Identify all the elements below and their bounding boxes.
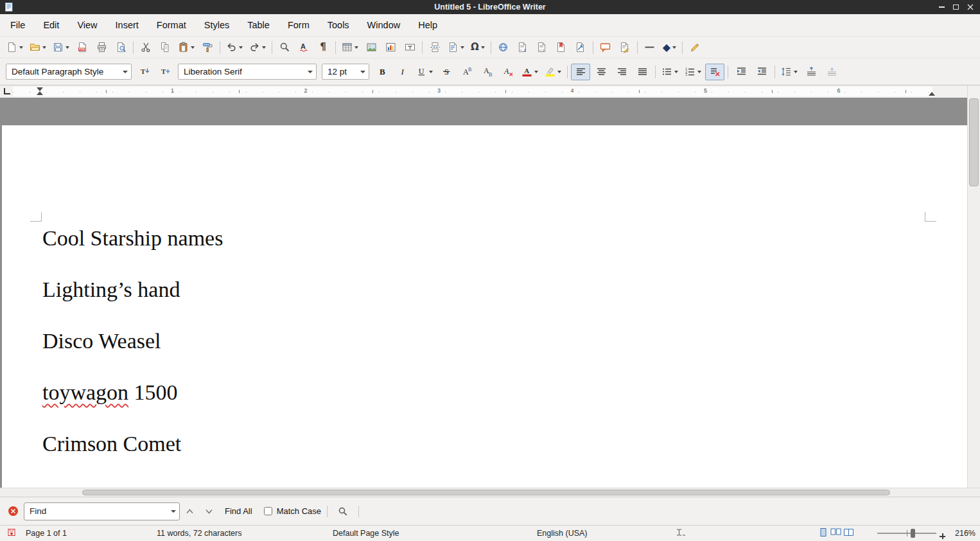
document-modified-icon[interactable] [8,529,15,538]
clear-formatting-button[interactable]: A [498,64,518,80]
find-replace-button[interactable] [276,39,293,56]
paragraph[interactable]: Lighting’s hand [42,278,916,301]
print-preview-button[interactable] [112,39,130,56]
new-style-button[interactable]: T [155,64,175,80]
chevron-down-icon[interactable] [304,64,316,79]
dropdown-arrow-icon[interactable] [19,46,23,49]
insert-table-button[interactable] [339,39,361,56]
dropdown-arrow-icon[interactable] [794,71,798,73]
draw-functions-button[interactable] [686,39,704,56]
paste-button[interactable] [175,39,197,56]
word-count-status[interactable]: 11 words, 72 characters [157,529,241,538]
find-previous-button[interactable] [180,503,199,520]
insert-comment-button[interactable] [597,39,615,56]
bold-button[interactable]: B [372,64,392,80]
close-find-bar-button[interactable] [8,506,19,517]
menu-styles[interactable]: Styles [195,17,239,33]
insert-field-button[interactable] [445,39,467,56]
highlight-color-button[interactable] [542,64,564,80]
spelling-button[interactable]: A [295,39,313,56]
dropdown-arrow-icon[interactable] [429,71,433,73]
indent-increase-button[interactable] [731,64,751,80]
zoom-slider-thumb[interactable] [911,529,915,538]
chevron-down-icon[interactable] [356,64,369,79]
page-number-status[interactable]: Page 1 of 1 [26,529,67,538]
underline-button[interactable]: U [414,64,435,80]
strikethrough-button[interactable]: S [437,64,456,80]
find-all-button[interactable]: Find All [218,506,259,516]
horizontal-line-button[interactable] [641,39,659,56]
titlebar[interactable]: Untitled 5 - LibreOffice Writer [0,0,980,14]
dropdown-arrow-icon[interactable] [697,71,701,73]
horizontal-scrollbar[interactable] [0,488,980,497]
left-indent-marker[interactable] [37,87,43,95]
insert-chart-button[interactable] [381,39,399,56]
menu-edit[interactable]: Edit [34,17,68,33]
dropdown-arrow-icon[interactable] [191,46,195,49]
find-next-button[interactable] [199,503,218,520]
insert-textbox-button[interactable] [401,39,419,56]
paragraph[interactable]: toywagon 1500 [42,381,916,404]
find-input[interactable] [24,506,167,516]
view-layout-multiple-icon[interactable] [830,528,841,539]
new-document-button[interactable] [4,39,26,56]
line-spacing-button[interactable] [778,64,800,80]
menu-table[interactable]: Table [238,17,279,33]
horizontal-ruler[interactable]: 123456 [0,85,980,98]
tab-stop-selector-icon[interactable] [4,88,10,94]
track-changes-button[interactable] [616,39,634,56]
menu-insert[interactable]: Insert [107,17,148,33]
minimize-button[interactable] [938,3,946,12]
right-indent-marker[interactable] [929,92,935,96]
superscript-button[interactable]: AB [457,64,477,80]
dropdown-arrow-icon[interactable] [534,71,538,73]
paragraph[interactable]: Disco Weasel [42,330,916,353]
copy-button[interactable] [156,39,174,56]
hyperlink-button[interactable] [494,39,512,56]
font-color-button[interactable]: A [519,64,541,80]
dropdown-arrow-icon[interactable] [674,71,678,73]
print-button[interactable] [92,39,110,56]
find-and-replace-button[interactable] [333,503,353,520]
page[interactable]: Cool Starship namesLighting’s handDisco … [2,125,967,488]
close-button[interactable] [966,3,974,12]
zoom-level[interactable]: 216% [955,529,976,538]
dropdown-arrow-icon[interactable] [460,46,464,49]
align-center-button[interactable] [591,64,611,80]
indent-decrease-button[interactable] [752,64,771,80]
chevron-down-icon[interactable] [119,64,131,79]
dropdown-arrow-icon[interactable] [239,46,243,49]
match-case-checkbox[interactable] [264,507,272,515]
no-list-button[interactable] [705,64,724,80]
paragraph[interactable]: Crimson Comet [42,432,916,456]
menu-form[interactable]: Form [279,17,319,33]
paragraph[interactable]: Cool Starship names [42,227,916,250]
insert-footnote-button[interactable]: 1 [514,39,532,56]
find-history-dropdown[interactable] [167,503,179,520]
special-character-button[interactable]: Ω [468,39,487,56]
basic-shapes-button[interactable]: ◆ [660,39,679,56]
font-size-combobox[interactable]: 12 pt [322,64,369,80]
paragraph-style-combobox[interactable]: Default Paragraph Style [6,64,132,80]
menu-view[interactable]: View [68,17,106,33]
restore-button[interactable] [952,3,960,12]
cross-reference-button[interactable] [572,39,590,56]
export-pdf-button[interactable]: PDF [73,39,91,56]
save-button[interactable] [50,39,72,56]
selection-mode-icon[interactable] [676,529,686,538]
redo-button[interactable] [247,39,268,56]
dropdown-arrow-icon[interactable] [262,46,266,49]
find-combobox[interactable] [24,502,180,520]
dropdown-arrow-icon[interactable] [66,46,69,49]
font-name-combobox[interactable]: Liberation Serif [178,64,317,80]
insert-image-button[interactable] [362,39,380,56]
justify-button[interactable] [633,64,652,80]
cut-button[interactable] [137,39,155,56]
dropdown-arrow-icon[interactable] [42,46,46,49]
dropdown-arrow-icon[interactable] [672,46,676,49]
bullet-list-button[interactable] [659,64,681,80]
align-right-button[interactable] [612,64,631,80]
page-style-status[interactable]: Default Page Style [333,529,399,538]
dropdown-arrow-icon[interactable] [481,46,485,49]
update-style-button[interactable]: T [135,64,154,80]
